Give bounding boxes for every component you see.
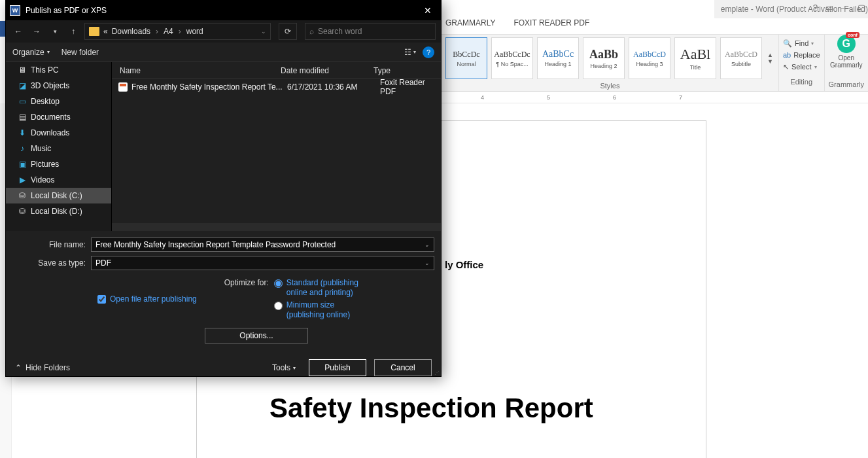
breadcrumb-downloads[interactable]: Downloads <box>112 27 150 36</box>
resize-grip[interactable]: ⋰ <box>434 371 440 375</box>
find-icon: 🔍 <box>783 39 792 48</box>
music-icon: ♪ <box>18 145 27 152</box>
find-button[interactable]: 🔍Find▾ <box>783 37 820 49</box>
breadcrumb-a4[interactable]: A4 <box>164 27 173 36</box>
saveas-select[interactable]: PDF ⌄ <box>91 256 434 270</box>
grammarly-button-label[interactable]: Open Grammarly <box>825 54 868 69</box>
tools-button[interactable]: Tools▾ <box>272 363 296 372</box>
tree-music[interactable]: ♪Music <box>6 141 111 156</box>
style-heading3[interactable]: AaBbCcDHeading 3 <box>629 37 670 79</box>
select-icon: ↖ <box>783 63 789 71</box>
filename-input[interactable]: Free Monthly Safety Inspection Report Te… <box>91 238 434 252</box>
chevron-down-icon[interactable]: ⌄ <box>425 260 430 266</box>
file-list[interactable]: Name Date modified Type Free Monthly Saf… <box>112 62 441 231</box>
chevron-down-icon[interactable]: ⌄ <box>425 241 430 248</box>
search-icon: ⌕ <box>309 27 314 36</box>
tree-videos[interactable]: ▶Videos <box>6 172 111 188</box>
col-type[interactable]: Type <box>373 66 441 75</box>
optimize-label: Optimize for: <box>223 278 269 320</box>
style-heading2[interactable]: AaBbHeading 2 <box>583 37 625 79</box>
tree-cdrive[interactable]: ⛁Local Disk (C:) <box>6 188 111 203</box>
help-icon[interactable]: ? <box>813 3 818 12</box>
editing-label: Editing <box>783 78 820 88</box>
options-button[interactable]: Options... <box>205 328 308 344</box>
styles-label: Styles <box>442 82 778 91</box>
select-button[interactable]: ↖Select▾ <box>783 61 820 73</box>
col-name[interactable]: Name <box>112 66 281 75</box>
search-placeholder: Search word <box>318 27 362 36</box>
view-button[interactable]: ☷▾ <box>404 48 416 57</box>
style-title[interactable]: AaBlTitle <box>674 37 716 79</box>
tree-documents[interactable]: ▤Documents <box>6 109 111 125</box>
file-header: Name Date modified Type <box>112 62 441 79</box>
up-button[interactable]: ↑ <box>66 24 80 39</box>
grammarly-icon[interactable]: Gconf <box>837 35 856 53</box>
chevron-up-icon: ⌃ <box>15 363 22 372</box>
folder-icon <box>89 27 99 36</box>
tree-this-pc[interactable]: 🖥This PC <box>6 62 111 78</box>
replace-button[interactable]: abReplace <box>783 49 820 61</box>
tree-3d-objects[interactable]: ◪3D Objects <box>6 78 111 94</box>
minimize-icon[interactable]: ― <box>841 3 850 12</box>
cancel-button[interactable]: Cancel <box>374 359 432 376</box>
editing-group: 🔍Find▾ abReplace ↖Select▾ Editing <box>778 35 824 91</box>
grammarly-label: Grammarly <box>829 80 864 91</box>
tree-desktop[interactable]: ▭Desktop <box>6 94 111 109</box>
word-icon: W <box>10 5 20 16</box>
objects-icon: ◪ <box>18 82 27 90</box>
breadcrumb-prefix: « <box>103 27 108 36</box>
styles-more[interactable]: ▲▼ <box>766 50 774 66</box>
style-heading1[interactable]: AaBbCcHeading 1 <box>537 37 579 79</box>
drive-icon: ⛁ <box>18 192 27 200</box>
standard-radio-input[interactable] <box>274 279 283 288</box>
style-normal[interactable]: BbCcDcNormal <box>445 37 487 79</box>
styles-group: BbCcDcNormal AaBbCcDc¶ No Spac... AaBbCc… <box>442 35 778 91</box>
pc-icon: 🖥 <box>18 66 27 74</box>
organize-button[interactable]: Organize▾ <box>12 48 50 57</box>
pictures-icon: ▣ <box>18 160 27 168</box>
address-bar[interactable]: « Downloads › A4 › word ⌄ <box>84 23 271 40</box>
replace-icon: ab <box>783 51 791 59</box>
minimum-radio-input[interactable] <box>274 302 283 310</box>
documents-icon: ▤ <box>18 113 27 121</box>
publish-button[interactable]: Publish <box>309 359 366 376</box>
breadcrumb-word[interactable]: word <box>186 27 203 36</box>
forward-button[interactable]: → <box>29 24 44 39</box>
search-input[interactable]: ⌕ Search word <box>305 23 436 40</box>
open-after-input[interactable] <box>97 295 106 304</box>
refresh-button[interactable]: ⟳ <box>279 23 297 40</box>
videos-icon: ▶ <box>18 176 27 184</box>
view-icon: ☷ <box>404 48 411 57</box>
addr-dropdown-icon[interactable]: ⌄ <box>261 28 266 35</box>
doc-title: Safety Inspection Report <box>269 393 593 424</box>
chevron-right-icon: › <box>177 27 182 36</box>
horizontal-ruler: 4 5 6 7 <box>442 92 868 103</box>
tree-pictures[interactable]: ▣Pictures <box>6 156 111 172</box>
tree-ddrive[interactable]: ⛁Local Disk (D:) <box>6 203 111 219</box>
dialog-navbar: ← → ▾ ↑ « Downloads › A4 › word ⌄ ⟳ ⌕ Se… <box>6 20 441 43</box>
back-button[interactable]: ← <box>11 24 26 39</box>
maximize-icon[interactable]: ▢ <box>858 3 865 12</box>
ribbon-display-icon[interactable]: ▭ <box>825 3 833 12</box>
col-date[interactable]: Date modified <box>281 66 373 75</box>
nav-tree[interactable]: 🖥This PC ◪3D Objects ▭Desktop ▤Documents… <box>6 62 112 231</box>
file-tab-strip <box>0 21 5 37</box>
recent-button[interactable]: ▾ <box>48 24 62 39</box>
close-button[interactable]: ✕ <box>415 1 441 20</box>
style-nospacing[interactable]: AaBbCcDc¶ No Spac... <box>491 37 533 79</box>
new-folder-button[interactable]: New folder <box>61 48 99 57</box>
file-type: Foxit Reader PDF <box>380 78 441 96</box>
horizontal-scrollbar[interactable] <box>112 223 441 231</box>
tab-grammarly[interactable]: GRAMMARLY <box>445 18 495 34</box>
help-button[interactable]: ? <box>423 46 434 58</box>
file-row[interactable]: Free Monthly Safety Inspection Report Te… <box>112 79 441 95</box>
tab-foxit[interactable]: FOXIT READER PDF <box>513 18 589 34</box>
tree-downloads[interactable]: ⬇Downloads <box>6 125 111 141</box>
hide-folders-button[interactable]: ⌃ Hide Folders <box>15 363 70 372</box>
optimize-minimum-radio[interactable]: Minimum size(publishing online) <box>274 300 358 320</box>
dialog-toolbar: Organize▾ New folder ☷▾ ? <box>6 43 441 62</box>
desktop-icon: ▭ <box>18 97 27 105</box>
optimize-standard-radio[interactable]: Standard (publishingonline and printing) <box>274 278 358 298</box>
style-subtitle[interactable]: AaBbCcDSubtitle <box>720 37 762 79</box>
open-after-checkbox[interactable]: Open file after publishing <box>97 278 197 320</box>
